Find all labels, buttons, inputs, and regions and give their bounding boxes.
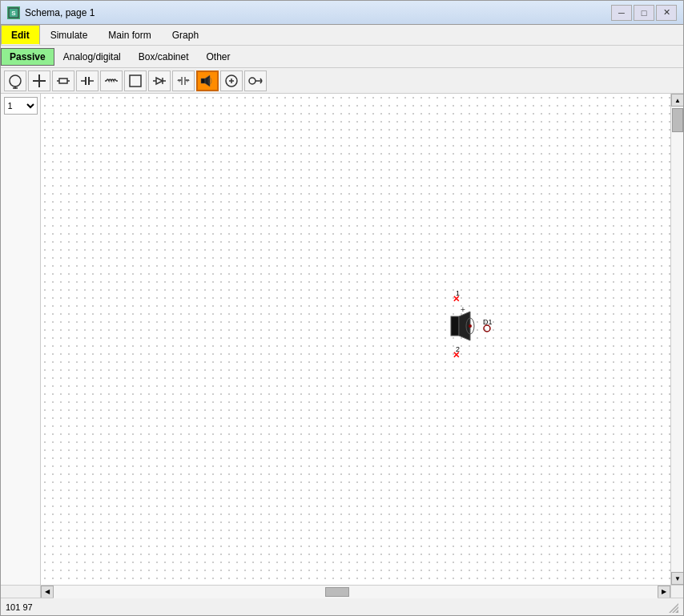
tool-diode[interactable] <box>148 70 171 91</box>
menu-bar: Edit Simulate Main form Graph <box>1 25 683 46</box>
page-dropdown[interactable]: 1 <box>4 97 38 115</box>
scroll-left-button[interactable]: ◀ <box>41 586 54 598</box>
restore-button[interactable]: □ <box>634 5 654 21</box>
status-bar: 101 97 <box>1 598 683 615</box>
component-speaker[interactable]: 1 ✕ + <box>448 289 496 361</box>
tool-capacitor[interactable] <box>76 70 99 91</box>
svg-text:S: S <box>11 10 16 17</box>
tool-inductor[interactable] <box>100 70 123 91</box>
svg-marker-18 <box>156 78 163 84</box>
sub-toolbar: Passive Analog/digital Box/cabinet Other <box>1 46 683 68</box>
scroll-h-thumb[interactable] <box>325 587 349 597</box>
minimize-button[interactable]: ─ <box>611 5 632 21</box>
app-icon: S <box>7 6 20 19</box>
tab-graph[interactable]: Graph <box>162 25 209 45</box>
subtab-passive[interactable]: Passive <box>1 48 54 66</box>
tool-transformer[interactable] <box>172 70 195 91</box>
schematic-canvas[interactable]: 1 ✕ + <box>41 94 670 585</box>
scroll-v-thumb[interactable] <box>672 108 683 132</box>
svg-rect-33 <box>451 316 459 336</box>
canvas-wrapper[interactable]: 1 ✕ + <box>41 94 670 585</box>
horizontal-scrollbar: ◀ ▶ <box>41 586 670 598</box>
canvas-inner: 1 ✕ + <box>41 94 670 585</box>
tab-edit[interactable]: Edit <box>1 25 40 45</box>
tool-resistor[interactable] <box>52 70 74 91</box>
tab-main-form[interactable]: Main form <box>98 25 161 45</box>
svg-point-29 <box>249 78 255 84</box>
canvas-area: 1 1 ✕ + <box>1 94 683 585</box>
scroll-down-button[interactable]: ▼ <box>671 572 683 585</box>
svg-rect-8 <box>59 79 67 83</box>
svg-rect-23 <box>201 79 205 83</box>
scroll-corner-left <box>1 586 41 598</box>
component-toolbar <box>1 68 683 94</box>
svg-point-2 <box>10 75 21 87</box>
pin1-cross: ✕ <box>453 294 460 304</box>
scroll-corner-right <box>670 586 683 598</box>
tool-ground[interactable] <box>4 70 26 91</box>
tab-simulate[interactable]: Simulate <box>40 25 99 45</box>
subtab-other[interactable]: Other <box>198 48 239 66</box>
tool-speaker[interactable] <box>196 70 219 91</box>
page-selector: 1 <box>1 94 41 585</box>
close-button[interactable]: ✕ <box>656 5 677 21</box>
main-window: S Schema, page 1 ─ □ ✕ Edit Simulate Mai… <box>0 0 684 616</box>
scroll-right-button[interactable]: ▶ <box>658 586 670 598</box>
tool-source[interactable] <box>220 70 243 91</box>
resize-grip[interactable] <box>667 602 678 613</box>
title-bar: S Schema, page 1 ─ □ ✕ <box>1 1 683 25</box>
speaker-svg <box>449 310 481 342</box>
tool-generic[interactable] <box>124 70 147 91</box>
svg-marker-24 <box>205 75 210 87</box>
scroll-h-track[interactable] <box>54 586 658 598</box>
scroll-up-button[interactable]: ▲ <box>671 94 683 107</box>
tool-probe[interactable] <box>244 70 267 91</box>
window-title: Schema, page 1 <box>25 7 611 18</box>
scroll-v-track[interactable] <box>671 107 683 572</box>
svg-point-36 <box>469 324 472 328</box>
subtab-box[interactable]: Box/cabinet <box>130 48 198 66</box>
horizontal-scrollbar-wrapper: ◀ ▶ <box>1 585 683 598</box>
status-coords: 101 97 <box>6 602 33 612</box>
pin2-cross: ✕ <box>453 350 460 360</box>
svg-rect-16 <box>130 75 141 87</box>
window-controls: ─ □ ✕ <box>611 5 677 21</box>
svg-point-37 <box>484 325 490 332</box>
tool-wire[interactable] <box>28 70 50 91</box>
subtab-analog[interactable]: Analog/digital <box>54 48 130 66</box>
vertical-scrollbar: ▲ ▼ <box>670 94 683 585</box>
svg-marker-34 <box>459 312 470 340</box>
output-node <box>483 324 491 332</box>
